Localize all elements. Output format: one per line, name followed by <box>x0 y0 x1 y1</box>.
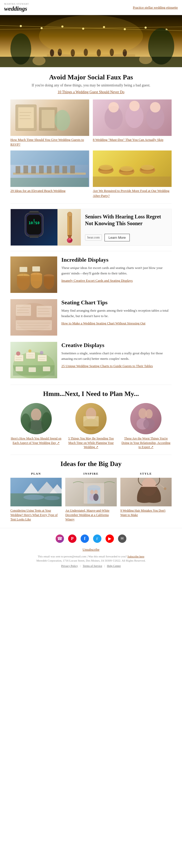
plan-card-3: These Are the Worst Things You're Doing … <box>120 403 172 450</box>
article-card-1: How Much Time Should You Give Wedding Gu… <box>10 99 89 147</box>
card1-link[interactable]: How Much Time Should You Give Wedding Gu… <box>10 137 89 147</box>
plan3-svg <box>130 403 161 434</box>
seating-section-3: Creative Displays Sometimes a single, se… <box>10 342 172 378</box>
header-nav-link[interactable]: Practice stellar wedding etiquette <box>133 5 178 10</box>
svg-rect-88 <box>20 267 27 272</box>
svg-point-151 <box>93 494 99 501</box>
seating-link-2[interactable]: How to Make a Wedding Seating Chart With… <box>61 321 145 325</box>
footer-links: Privacy Policy | Terms of Service | Help… <box>5 564 177 567</box>
divider-dot: | <box>80 564 81 567</box>
svg-point-23 <box>139 55 152 64</box>
article-img-3 <box>10 151 89 187</box>
svg-rect-120 <box>15 367 23 371</box>
svg-rect-25 <box>18 107 34 128</box>
seating-section-2: Seating Chart Tips Many find arranging t… <box>10 299 172 336</box>
footer-corp: Meredith Corporation, 1716 Locust Street… <box>5 559 177 562</box>
svg-rect-66 <box>29 212 39 214</box>
winery-svg <box>65 478 116 506</box>
social-icons: ☎ P f 𝕣 ▶ ✉ <box>5 534 177 543</box>
svg-rect-87 <box>44 276 54 282</box>
svg-rect-46 <box>70 165 75 174</box>
bigday-link-2[interactable]: An Understated, Mauve-and-White December… <box>65 508 116 522</box>
col2-header: INSPIRE <box>65 472 116 475</box>
logo-sub: MARTHA STEWART <box>4 3 29 5</box>
avoid-link[interactable]: 10 Things a Wedding Guest Should Never D… <box>58 90 124 94</box>
seating-content-1: Incredible Displays These unique ideas f… <box>61 256 172 283</box>
plan1-link[interactable]: Here's How Much You Should Spend on Each… <box>10 436 62 445</box>
bigday-img-2 <box>65 478 116 506</box>
card3-link[interactable]: 29 Ideas for an Elevated Beach Wedding <box>10 188 89 193</box>
seating-section-1: Incredible Displays These unique ideas f… <box>10 256 172 293</box>
divider-dot2: | <box>104 564 105 567</box>
plan1-svg <box>21 403 52 434</box>
svg-point-127 <box>41 412 52 433</box>
card1-decoration <box>10 99 89 136</box>
svg-rect-90 <box>32 266 40 272</box>
unsubscribe-link[interactable]: Unsubscribe <box>83 548 100 551</box>
svg-rect-107 <box>14 355 24 361</box>
privacy-link[interactable]: Privacy Policy <box>61 564 78 567</box>
social-footer: ☎ P f 𝕣 ▶ ✉ Unsubscribe This email was s… <box>0 528 182 574</box>
bigday-link-3[interactable]: 9 Wedding Hair Mistakes You Don't Want t… <box>120 508 172 517</box>
svg-rect-48 <box>10 151 88 165</box>
svg-rect-110 <box>26 352 35 359</box>
svg-point-22 <box>33 56 45 65</box>
divider-1 <box>10 203 172 204</box>
article-card-3: 29 Ideas for an Elevated Beach Wedding <box>10 151 89 198</box>
svg-rect-44 <box>54 165 59 174</box>
card4-decoration <box>93 151 172 187</box>
ad-learn-more-button[interactable]: Learn More <box>105 234 130 241</box>
instagram-icon[interactable]: ☎ <box>56 534 64 543</box>
card2-link[interactable]: 8 Wedding "Must-Dos" That You Can Actual… <box>93 137 172 142</box>
plan3-link[interactable]: These Are the Worst Things You're Doing … <box>120 436 172 450</box>
article-img-1 <box>10 99 89 136</box>
ad-logo: hear.com <box>85 234 102 241</box>
divider-4 <box>10 455 172 455</box>
bigday-col-2: INSPIRE <box>65 472 116 522</box>
col3-header: STYLE <box>120 472 172 475</box>
pinterest-icon[interactable]: P <box>68 534 76 543</box>
plan2-link[interactable]: 5 Things You May Be Spending Too Much Ti… <box>65 436 116 450</box>
svg-point-31 <box>54 110 70 131</box>
facebook-icon[interactable]: f <box>81 534 89 543</box>
divider-2 <box>10 251 172 251</box>
tent-svg <box>10 478 62 506</box>
big-day-grid: PLAN Considering Using <box>10 472 172 522</box>
card3-decoration <box>10 151 89 187</box>
svg-point-134 <box>145 409 153 418</box>
card4-link[interactable]: Are We Required to Provide More Food at … <box>93 188 172 198</box>
svg-rect-131 <box>83 416 99 427</box>
svg-rect-47 <box>10 178 88 187</box>
bigday-col-1: PLAN Considering Using <box>10 472 62 522</box>
svg-rect-21 <box>0 57 182 67</box>
svg-point-136 <box>143 418 155 430</box>
plan-card-2: 5 Things You May Be Spending Too Much Ti… <box>65 403 116 450</box>
bigday-link-1[interactable]: Considering Using Tents at Your Wedding?… <box>10 508 62 522</box>
seating-content-2: Seating Chart Tips Many find arranging t… <box>61 299 172 326</box>
seating-link-1[interactable]: Insanely Creative Escort Cards and Seati… <box>61 279 133 282</box>
site-header: MARTHA STEWART weddings Practice stellar… <box>0 0 182 15</box>
email-icon[interactable]: ✉ <box>118 534 126 543</box>
ad-title: Seniors With Hearing Loss Regret Not Kno… <box>85 213 167 227</box>
svg-rect-65 <box>30 237 38 238</box>
seating-img-3 <box>10 342 57 378</box>
svg-rect-39 <box>15 166 20 174</box>
svg-point-155 <box>164 487 167 490</box>
article-img-4 <box>93 151 172 187</box>
help-link[interactable]: Help Center <box>107 564 121 567</box>
pencil-svg <box>58 209 81 246</box>
youtube-icon[interactable]: ▶ <box>106 534 114 543</box>
seating-body-1: These unique ideas for escort cards and … <box>61 265 172 276</box>
twitter-icon[interactable]: 𝕣 <box>93 534 101 543</box>
svg-rect-43 <box>47 166 51 174</box>
next-plan-section: Hmm...Next, I Need to Plan My... Here's … <box>10 390 172 450</box>
svg-point-124 <box>31 408 41 421</box>
seating-link-3[interactable]: 25 Unique Wedding Seating Charts to Guid… <box>61 364 153 368</box>
seating-body-2: Many find arranging their guests among t… <box>61 308 172 319</box>
ad-text: Seniors With Hearing Loss Regret Not Kno… <box>81 209 171 246</box>
subscribe-link[interactable]: Subscribe here <box>128 555 144 558</box>
tos-link[interactable]: Terms of Service <box>83 564 102 567</box>
svg-point-51 <box>99 165 113 170</box>
svg-point-36 <box>129 101 140 111</box>
svg-rect-121 <box>29 367 36 372</box>
